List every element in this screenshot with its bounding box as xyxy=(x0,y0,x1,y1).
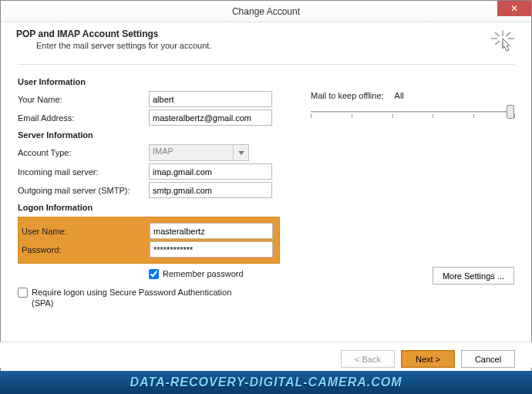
email-label: Email Address: xyxy=(18,113,149,123)
password-label: Password: xyxy=(22,245,150,254)
header-subtitle: Enter the mail server settings for your … xyxy=(36,41,516,50)
right-column: Mail to keep offline: All More Settings … xyxy=(311,72,514,310)
watermark-banner: DATA-RECOVERY-DIGITAL-CAMERA.COM xyxy=(0,371,532,394)
outgoing-input[interactable] xyxy=(149,182,272,198)
divider xyxy=(18,64,514,65)
field-your-name: Your Name: xyxy=(18,91,280,107)
field-password: Password: xyxy=(19,241,279,258)
account-type-value: IMAP xyxy=(150,145,233,160)
account-type-label: Account Type: xyxy=(18,148,149,157)
next-button[interactable]: Next > xyxy=(401,350,455,368)
logon-highlight-box: User Name: Password: xyxy=(18,217,280,264)
window-title: Change Account xyxy=(232,6,300,17)
remember-password-checkbox[interactable] xyxy=(149,269,159,279)
slider-thumb[interactable] xyxy=(507,105,514,119)
svg-line-4 xyxy=(495,32,500,36)
spa-row: Require logon using Secure Password Auth… xyxy=(18,287,280,308)
svg-line-5 xyxy=(506,32,510,36)
section-user-info: User Information xyxy=(18,77,280,86)
outgoing-label: Outgoing mail server (SMTP): xyxy=(18,186,149,195)
field-outgoing: Outgoing mail server (SMTP): xyxy=(18,182,280,198)
titlebar: Change Account ✕ xyxy=(1,1,531,22)
field-incoming: Incoming mail server: xyxy=(18,163,280,180)
cursor-icon xyxy=(491,30,514,56)
password-input[interactable] xyxy=(150,241,273,258)
field-user-name: User Name: xyxy=(19,223,279,239)
remember-password-label: Remember password xyxy=(163,268,244,279)
slider-line xyxy=(311,111,514,113)
header-title: POP and IMAP Account Settings xyxy=(16,29,516,39)
dialog-header: POP and IMAP Account Settings Enter the … xyxy=(1,22,531,59)
back-button: < Back xyxy=(341,350,395,368)
left-column: User Information Your Name: Email Addres… xyxy=(18,72,280,310)
dialog-footer: < Back Next > Cancel xyxy=(0,342,532,368)
section-server-info: Server Information xyxy=(18,130,280,140)
close-button[interactable]: ✕ xyxy=(497,1,531,16)
your-name-label: Your Name: xyxy=(18,95,149,104)
chevron-down-icon xyxy=(233,145,248,160)
account-type-select[interactable]: IMAP xyxy=(149,144,249,161)
user-name-input[interactable] xyxy=(150,223,273,239)
spa-label: Require logon using Secure Password Auth… xyxy=(32,287,255,308)
field-account-type: Account Type: IMAP xyxy=(18,144,280,161)
svg-line-6 xyxy=(495,41,500,45)
field-email: Email Address: xyxy=(18,109,280,126)
email-input[interactable] xyxy=(149,109,272,126)
your-name-input[interactable] xyxy=(149,91,272,107)
offline-label: Mail to keep offline: xyxy=(311,91,384,100)
offline-value: All xyxy=(395,91,404,100)
incoming-input[interactable] xyxy=(149,163,272,180)
more-settings-button[interactable]: More Settings ... xyxy=(433,267,514,285)
close-icon: ✕ xyxy=(510,3,518,14)
offline-row: Mail to keep offline: All xyxy=(311,91,514,100)
remember-password-row: Remember password xyxy=(149,268,280,279)
spa-checkbox[interactable] xyxy=(18,288,28,298)
user-name-label: User Name: xyxy=(22,227,150,236)
offline-slider[interactable] xyxy=(311,105,514,128)
section-logon-info: Logon Information xyxy=(18,203,280,212)
incoming-label: Incoming mail server: xyxy=(18,167,149,177)
cancel-button[interactable]: Cancel xyxy=(461,350,515,368)
